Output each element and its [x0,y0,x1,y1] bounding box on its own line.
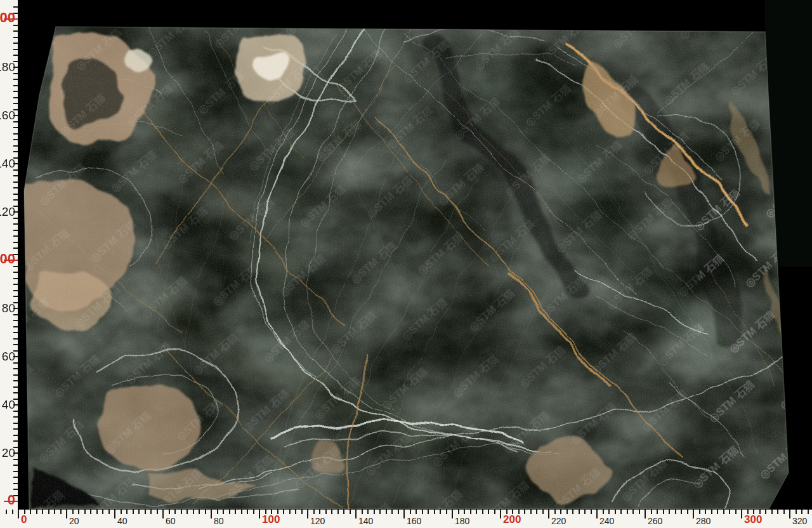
ruler-label: 180 [455,515,469,527]
ruler-tick [13,30,18,32]
ruler-tick [13,428,18,430]
ruler-tick [13,151,18,152]
ruler-tick [632,510,634,514]
ruler-tick [187,510,188,514]
ruler-tick [13,477,18,478]
ruler-tick [566,510,568,514]
ruler-label: 0 [21,514,27,525]
ruler-label: 40 [0,398,15,412]
ruler-tick [500,510,501,518]
ruler-tick [530,510,532,514]
ruler-tick [36,510,37,514]
ruler-tick [13,97,18,98]
ruler-tick [729,510,730,514]
ruler-tick [13,182,18,183]
ruler-label: 200 [0,11,15,25]
ruler-tick [337,510,339,514]
ruler-tick [138,510,140,514]
ruler-label: 20 [0,446,15,460]
ruler-tick [639,510,640,514]
ruler-tick [777,510,778,514]
ruler-tick [301,510,303,514]
ruler-tick [13,43,18,44]
ruler-tick [560,510,561,514]
ruler-tick [217,510,218,514]
ruler-tick [645,510,646,518]
ruler-tick [603,510,604,514]
ruler-tick [446,510,447,514]
ruler-tick [615,510,616,514]
ruler-tick [801,510,802,514]
ruler-tick [13,139,18,140]
ruler-tick [325,510,327,514]
ruler-tick [398,510,399,514]
ruler-tick [13,91,18,92]
ruler-tick [13,175,18,176]
slab-photo: ◎STM 石猫 ◎STM 石猫 [0,0,812,528]
ruler-tick [657,510,658,514]
ruler-tick [150,510,152,514]
ruler-tick [223,510,224,514]
ruler-tick [488,510,489,514]
ruler-tick [464,510,465,514]
ruler-tick [13,483,18,484]
ruler-tick [735,510,737,514]
ruler-tick [416,510,417,514]
ruler-tick [591,510,592,514]
ruler-tick [536,510,537,514]
ruler-tick [307,510,308,518]
ruler-tick [669,510,670,514]
ruler-tick [651,510,652,514]
ruler-tick [205,510,206,514]
ruler-tick [133,510,134,514]
ruler-tick [13,194,18,195]
ruler-tick [13,145,18,147]
ruler-label: 240 [599,515,614,527]
ruler-tick [410,510,411,514]
ruler-tick [13,37,18,38]
ruler-tick [211,510,212,518]
ruler-tick [723,510,724,514]
ruler-tick [90,510,91,514]
ruler-tick [145,510,146,514]
ruler-tick [717,510,718,514]
ruler-tick [13,127,18,128]
ruler-tick [13,49,18,50]
ruler-tick [319,510,320,514]
ruler-tick [470,510,471,514]
ruler-tick [13,471,18,472]
ruler-tick [343,510,344,514]
ruler-tick [289,510,291,514]
ruler-label: 300 [744,514,762,525]
ruler-label: 120 [310,515,325,527]
ruler-tick [13,133,18,135]
ruler-tick [12,510,13,514]
ruler-tick [13,199,18,201]
ruler-tick [114,510,115,518]
ruler-tick [13,435,18,436]
ruler-tick [126,510,128,514]
slab-surface [0,0,812,528]
ruler-tick [199,510,200,514]
ruler-label: 0 [0,493,15,507]
ruler-tick [13,380,18,381]
ruler-tick [313,510,315,514]
ruler-tick [476,510,477,514]
ruler-tick [13,332,18,333]
ruler-tick [796,510,797,514]
ruler-tick [771,510,773,514]
ruler-tick [13,416,18,418]
ruler-tick [174,510,176,514]
ruler-tick [331,510,332,514]
ruler-tick [765,510,766,514]
ruler-tick [350,510,351,514]
ruler-tick [42,510,43,514]
ruler-tick [627,510,628,514]
ruler-tick [13,284,18,285]
ruler-tick [13,230,18,231]
ruler-tick [699,510,700,514]
ruler-tick [13,465,18,466]
ruler-tick [579,510,580,514]
ruler-tick [48,510,49,514]
ruler-tick [66,510,67,518]
